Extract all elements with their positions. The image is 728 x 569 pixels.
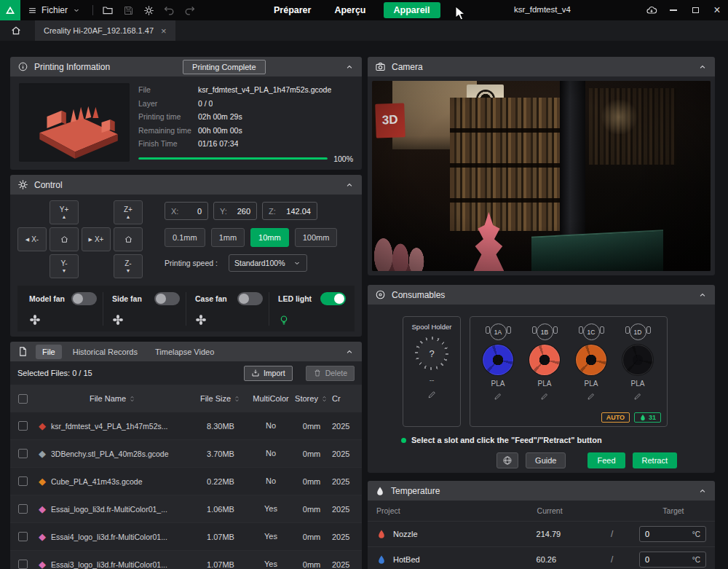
filament-slot[interactable]: 1C PLA xyxy=(569,323,613,401)
file-checkbox[interactable] xyxy=(18,532,28,541)
collapse-chevron-icon[interactable] xyxy=(697,486,708,496)
filament-slot[interactable]: 1B PLA xyxy=(523,323,566,401)
target-temp-field[interactable]: °C xyxy=(639,552,706,568)
network-globe-button[interactable] xyxy=(496,452,518,468)
file-size: 3.70MB xyxy=(191,450,250,458)
mode-tab-label: Appareil xyxy=(394,5,430,15)
sort-icon[interactable] xyxy=(233,395,241,403)
info-field-row: Printing time 02h 00m 29s xyxy=(138,110,353,124)
file-created: 2025 xyxy=(332,477,362,486)
file-checkbox[interactable] xyxy=(18,504,28,514)
file-row[interactable]: Essai_logo_li3d.fr-MultiColor01_... 1.06… xyxy=(10,495,362,523)
slot-material: PLA xyxy=(631,380,645,388)
save-button[interactable] xyxy=(118,0,138,20)
collapse-chevron-icon[interactable] xyxy=(697,290,708,300)
feed-button[interactable]: Feed xyxy=(587,452,625,468)
file-menu[interactable]: Fichier xyxy=(20,0,88,20)
collapse-chevron-icon[interactable] xyxy=(344,180,355,190)
selected-files-info: Selected Files: 0 / 15 xyxy=(17,369,92,377)
filament-slot[interactable]: 1A PLA xyxy=(476,323,520,401)
jog-z-minus-button[interactable]: Z- xyxy=(114,254,143,278)
temperature-table-header: Project Current Target xyxy=(368,501,715,521)
file-multicolor: Yes xyxy=(250,560,291,569)
edit-icon[interactable] xyxy=(633,392,642,401)
mode-tab[interactable]: Aperçu xyxy=(328,0,371,20)
filament-color-disk[interactable] xyxy=(622,345,653,375)
consumables-panel: Consumables Spool Holder ? -- xyxy=(368,285,715,473)
device-tab[interactable]: Creality Hi-20AF_192.168.1.47 × xyxy=(35,20,175,41)
file-menu-label: Fichier xyxy=(41,5,68,15)
led-light-toggle[interactable] xyxy=(320,292,346,305)
edit-icon[interactable] xyxy=(540,392,549,401)
collapse-chevron-icon[interactable] xyxy=(697,62,708,72)
file-checkbox[interactable] xyxy=(18,449,28,458)
maximize-button[interactable] xyxy=(684,0,706,20)
cloud-sync-button[interactable] xyxy=(641,0,662,20)
jog-y-plus-button[interactable]: Y+ xyxy=(50,200,79,224)
collapse-chevron-icon[interactable] xyxy=(344,62,355,72)
filament-color-disk[interactable] xyxy=(529,345,560,375)
target-temp-field[interactable]: °C xyxy=(639,526,706,542)
jog-z-plus-button[interactable]: Z+ xyxy=(114,200,143,224)
home-z-button[interactable] xyxy=(114,227,143,251)
mode-tab[interactable]: Préparer xyxy=(268,0,317,20)
step-distance-button[interactable]: 10mm xyxy=(250,228,289,247)
step-distance-button[interactable]: 1mm xyxy=(211,228,245,247)
coordinate-field[interactable]: Z: 142.04 xyxy=(262,202,317,220)
home-button[interactable] xyxy=(6,20,26,41)
file-checkbox[interactable] xyxy=(18,476,28,486)
file-row[interactable]: ksr_fdmtest_v4_PLA_1h47m52s... 8.30MB No… xyxy=(10,412,362,440)
jog-x-plus-button[interactable]: X+ xyxy=(82,227,111,251)
filament-slot[interactable]: 1D PLA xyxy=(616,323,660,401)
model-fan-toggle[interactable] xyxy=(71,292,97,305)
coordinate-field[interactable]: X: 0 xyxy=(165,202,208,220)
file-storey: 0mm xyxy=(291,477,332,486)
target-temp-input[interactable] xyxy=(645,555,688,564)
redo-button[interactable] xyxy=(179,0,199,20)
file-row[interactable]: Essai3_logo_li3d.fr-MultiColor01... 1.07… xyxy=(10,551,362,569)
mode-tab[interactable]: Appareil xyxy=(384,2,440,18)
jog-y-minus-button[interactable]: Y- xyxy=(50,254,79,278)
collapse-chevron-icon[interactable] xyxy=(344,347,355,357)
select-all-checkbox[interactable] xyxy=(18,394,28,404)
files-tab[interactable]: File xyxy=(36,345,62,359)
guide-button[interactable]: Guide xyxy=(526,452,566,468)
filament-color-disk[interactable] xyxy=(483,345,513,375)
sort-icon[interactable] xyxy=(320,395,328,403)
delete-button[interactable]: Delete xyxy=(306,366,355,381)
edit-icon[interactable] xyxy=(587,392,596,401)
files-tab[interactable]: Historical Records xyxy=(66,345,144,359)
filament-color-disk[interactable] xyxy=(576,345,606,375)
jog-x-minus-button[interactable]: X- xyxy=(17,227,47,251)
file-row[interactable]: Essai4_logo_li3d.fr-MultiColor01... 1.07… xyxy=(10,523,362,551)
files-tab[interactable]: Timelapse Video xyxy=(149,345,221,359)
open-file-button[interactable] xyxy=(98,0,118,20)
target-temp-input[interactable] xyxy=(645,530,688,538)
coordinate-field[interactable]: Y: 260 xyxy=(213,202,257,220)
retract-button[interactable]: Retract xyxy=(633,452,677,468)
step-distance-button[interactable]: 100mm xyxy=(295,228,338,247)
file-row[interactable]: Cube_PLA_41m43s.gcode 0.22MB No 0mm 2025 xyxy=(10,468,362,495)
import-button[interactable]: Import xyxy=(244,366,293,381)
file-row[interactable]: 3DBenchy.stl_PLA_40m28s.gcode 3.70MB No … xyxy=(10,440,362,468)
step-distance-button[interactable]: 0.1mm xyxy=(165,228,205,247)
printing-speed-select[interactable]: Standard100% xyxy=(229,254,307,272)
printing-status-button[interactable]: Printing Complete xyxy=(183,60,265,74)
mode-tab-label: Préparer xyxy=(274,5,311,15)
home-xy-button[interactable] xyxy=(50,227,79,251)
edit-icon[interactable] xyxy=(427,390,437,399)
file-checkbox[interactable] xyxy=(18,421,28,431)
undo-button[interactable] xyxy=(159,0,179,20)
edit-icon[interactable] xyxy=(494,392,502,401)
sort-icon[interactable] xyxy=(128,395,136,403)
slot-material: PLA xyxy=(538,380,552,388)
minimize-button[interactable] xyxy=(662,0,684,20)
spool-holder-gauge[interactable]: ? xyxy=(415,337,448,370)
device-tab-close-icon[interactable]: × xyxy=(161,25,167,36)
close-button[interactable] xyxy=(706,0,728,20)
spool-holder-label: Spool Holder xyxy=(412,323,452,331)
file-checkbox[interactable] xyxy=(18,560,28,569)
case-fan-toggle[interactable] xyxy=(237,292,263,305)
settings-button[interactable] xyxy=(138,0,159,20)
side-fan-toggle[interactable] xyxy=(154,292,180,305)
